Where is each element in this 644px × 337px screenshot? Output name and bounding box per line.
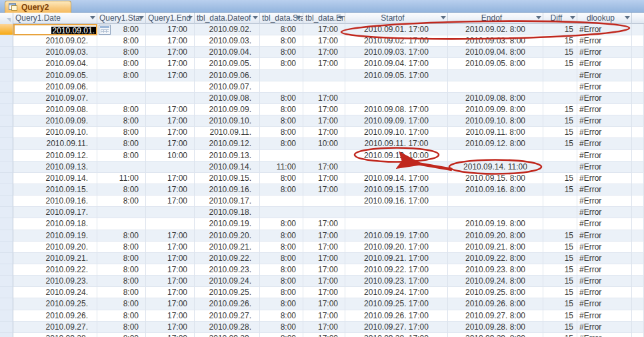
cell-q1_start[interactable]: 8:00 <box>97 253 146 264</box>
cell-t_start[interactable]: 8:00 <box>260 35 303 47</box>
cell-q1_end[interactable]: 17:00 <box>146 333 195 337</box>
cell-t_dateof[interactable]: 2010.09.07. <box>195 81 260 93</box>
cell-t_dateof[interactable]: 2010.09.25. <box>195 287 260 298</box>
cell-startof[interactable]: 2010.09.08. 17:00 <box>345 104 448 115</box>
cell-q1_date[interactable]: 2010.09.20. <box>13 242 97 253</box>
column-header-q1_start[interactable]: Query1.Star <box>97 13 146 24</box>
date-picker-icon[interactable] <box>99 25 111 35</box>
cell-t_dateof[interactable]: 2010.09.18. <box>195 207 260 218</box>
cell-t_end[interactable]: 17:00 <box>303 310 345 322</box>
cell-q1_start[interactable]: 8:00 <box>97 230 146 242</box>
cell-t_dateof[interactable]: 2010.09.08. <box>195 93 260 104</box>
cell-q1_start[interactable]: 8:00 <box>97 242 146 253</box>
cell-q1_date[interactable]: 2010.09.08. <box>13 104 97 115</box>
cell-endof[interactable]: 2010.09.04. 8:00 <box>448 47 543 58</box>
cell-q1_date[interactable]: 2010.09.10. <box>13 127 97 138</box>
cell-startof[interactable]: 2010.09.02. 17:00 <box>345 35 448 47</box>
cell-q1_date[interactable]: 2010.09.16. <box>13 196 97 207</box>
cell-t_start[interactable]: 8:00 <box>260 333 303 337</box>
cell-endof[interactable]: 2010.09.29. 8:00 <box>448 333 543 337</box>
cell-t_end[interactable]: 17:00 <box>303 298 345 310</box>
cell-q1_end[interactable]: 17:00 <box>146 24 195 35</box>
cell-t_dateof[interactable]: 2010.09.16. <box>195 184 260 196</box>
cell-dlookup[interactable]: #Error <box>577 333 632 337</box>
cell-startof[interactable]: 2010.09.01. 17:00 <box>345 24 448 35</box>
filter-dropdown-icon[interactable] <box>441 16 446 19</box>
cell-q1_end[interactable]: 17:00 <box>146 253 195 264</box>
cell-diff[interactable] <box>543 196 577 207</box>
cell-t_start[interactable]: 8:00 <box>260 298 303 310</box>
cell-t_start[interactable]: 8:00 <box>260 47 303 58</box>
cell-endof[interactable] <box>448 81 543 93</box>
cell-t_start[interactable] <box>260 150 303 161</box>
cell-t_start[interactable]: 8:00 <box>260 230 303 242</box>
cell-endof[interactable] <box>448 70 543 81</box>
cell-q1_end[interactable] <box>146 207 195 218</box>
cell-dlookup[interactable]: #Error <box>577 207 632 218</box>
cell-t_start[interactable]: 8:00 <box>260 93 303 104</box>
cell-q1_end[interactable]: 17:00 <box>146 310 195 322</box>
cell-endof[interactable]: 2010.09.11. 8:00 <box>448 127 543 138</box>
row-selector[interactable] <box>0 287 13 298</box>
cell-startof[interactable]: 2010.09.25. 17:00 <box>345 298 448 310</box>
column-header-q1_date[interactable]: Query1.Date <box>13 13 97 24</box>
cell-dlookup[interactable]: #Error <box>577 47 632 58</box>
cell-t_end[interactable]: 17:00 <box>303 47 345 58</box>
cell-t_end[interactable]: 17:00 <box>303 58 345 69</box>
cell-endof[interactable]: 2010.09.14. 11:00 <box>448 161 543 173</box>
cell-q1_start[interactable] <box>97 207 146 218</box>
cell-q1_start[interactable]: 8:00 <box>97 150 146 161</box>
row-selector[interactable] <box>0 218 13 230</box>
row-selector[interactable] <box>0 196 13 207</box>
cell-endof[interactable]: 2010.09.03. 8:00 <box>448 35 543 47</box>
cell-t_dateof[interactable]: 2010.09.23. <box>195 264 260 276</box>
cell-dlookup[interactable]: #Error <box>577 310 632 322</box>
cell-t_start[interactable] <box>260 196 303 207</box>
cell-q1_start[interactable]: 8:00 <box>97 333 146 337</box>
cell-t_dateof[interactable]: 2010.09.14. <box>195 161 260 173</box>
cell-q1_end[interactable]: 17:00 <box>146 47 195 58</box>
cell-q1_end[interactable]: 17:00 <box>146 104 195 115</box>
cell-t_start[interactable]: 8:00 <box>260 58 303 69</box>
cell-t_start[interactable]: 8:00 <box>260 276 303 287</box>
cell-diff[interactable]: 15 <box>543 298 577 310</box>
cell-t_dateof[interactable]: 2010.09.29. <box>195 333 260 337</box>
cell-endof[interactable]: 2010.09.15. 8:00 <box>448 173 543 184</box>
cell-q1_date[interactable]: 2010.09.11. <box>13 138 97 149</box>
row-selector[interactable] <box>0 93 13 104</box>
cell-t_end[interactable]: 17:00 <box>303 264 345 276</box>
cell-diff[interactable]: 15 <box>543 310 577 322</box>
cell-q1_end[interactable]: 17:00 <box>146 276 195 287</box>
cell-diff[interactable] <box>543 70 577 81</box>
cell-q1_date[interactable]: 2010.09.24. <box>13 287 97 298</box>
cell-diff[interactable]: 15 <box>543 322 577 333</box>
row-selector[interactable] <box>0 276 13 287</box>
cell-endof[interactable]: 2010.09.08. 8:00 <box>448 93 543 104</box>
cell-q1_date[interactable]: 2010.09.19. <box>13 230 97 242</box>
cell-q1_end[interactable]: 17:00 <box>146 184 195 196</box>
cell-dlookup[interactable]: #Error <box>577 242 632 253</box>
cell-t_end[interactable]: 17:00 <box>303 93 345 104</box>
cell-t_start[interactable] <box>260 207 303 218</box>
cell-t_dateof[interactable]: 2010.09.22. <box>195 253 260 264</box>
cell-q1_end[interactable]: 17:00 <box>146 35 195 47</box>
cell-dlookup[interactable]: #Error <box>577 161 632 173</box>
cell-dlookup[interactable]: #Error <box>577 253 632 264</box>
filter-dropdown-icon[interactable] <box>625 16 630 19</box>
cell-t_dateof[interactable]: 2010.09.24. <box>195 276 260 287</box>
cell-diff[interactable]: 15 <box>543 173 577 184</box>
cell-q1_end[interactable]: 17:00 <box>146 70 195 81</box>
cell-endof[interactable] <box>448 207 543 218</box>
cell-q1_start[interactable] <box>97 161 146 173</box>
cell-diff[interactable]: 15 <box>543 24 577 35</box>
cell-t_end[interactable]: 10:00 <box>303 138 345 149</box>
column-header-t_start[interactable]: tbl_data.Sta <box>260 13 303 24</box>
select-all-corner[interactable] <box>0 13 13 24</box>
cell-t_dateof[interactable]: 2010.09.26. <box>195 298 260 310</box>
cell-startof[interactable] <box>345 207 448 218</box>
cell-dlookup[interactable]: #Error <box>577 173 632 184</box>
cell-dlookup[interactable]: #Error <box>577 93 632 104</box>
cell-diff[interactable] <box>543 207 577 218</box>
cell-startof[interactable] <box>345 81 448 93</box>
cell-t_start[interactable]: 8:00 <box>260 138 303 149</box>
